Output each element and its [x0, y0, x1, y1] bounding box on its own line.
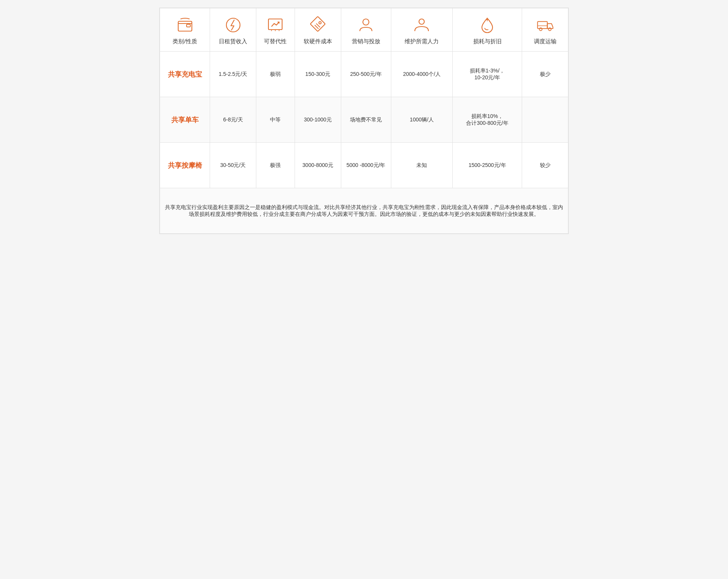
header-rent-label: 日租赁收入 — [219, 38, 247, 44]
row-massage-replace: 极强 — [256, 143, 295, 188]
header-depreciation: 损耗与折旧 — [453, 8, 522, 52]
row-bike-depreciation: 损耗率10%， 合计300-800元/年 — [453, 97, 522, 143]
row-bike-transport — [522, 97, 568, 143]
header-transport-label: 调度运输 — [534, 38, 557, 44]
summary-text: 共享充电宝行业实现盈利主要原因之一是稳健的盈利模式与现金流。对比共享经济其他行业… — [160, 188, 568, 234]
header-manpower: 维护所需人力 — [391, 8, 453, 52]
header-cost: 软硬件成本 — [295, 8, 341, 52]
summary-row: 共享充电宝行业实现盈利主要原因之一是稳健的盈利模式与现金流。对比共享经济其他行业… — [160, 188, 568, 234]
lightning-icon — [224, 16, 242, 34]
row-massage: 共享按摩椅 30-50元/天 极强 3000-8000元 5000 -8000元… — [160, 143, 568, 188]
header-replace-label: 可替代性 — [264, 38, 287, 44]
row-massage-transport: 较少 — [522, 143, 568, 188]
row-powerbank-manpower: 2000-4000个/人 — [391, 52, 453, 97]
svg-rect-8 — [310, 16, 325, 31]
svg-point-12 — [363, 19, 369, 25]
header-marketing: 营销与投放 — [341, 8, 391, 52]
svg-point-2 — [226, 18, 240, 32]
row-powerbank-rent: 1.5-2.5元/天 — [210, 52, 256, 97]
tag-icon — [309, 16, 327, 34]
wallet-icon — [176, 16, 194, 34]
row-bike-label: 共享单车 — [160, 97, 210, 143]
row-bike-manpower: 1000辆/人 — [391, 97, 453, 143]
header-transport: 调度运输 — [522, 8, 568, 52]
header-category: 类别/性质 — [160, 8, 210, 52]
header-marketing-label: 营销与投放 — [352, 38, 380, 44]
header-category-label: 类别/性质 — [173, 38, 197, 44]
row-massage-manpower: 未知 — [391, 143, 453, 188]
row-powerbank-label: 共享充电宝 — [160, 52, 210, 97]
svg-rect-1 — [187, 24, 190, 27]
svg-point-9 — [319, 22, 321, 24]
header-manpower-label: 维护所需人力 — [405, 38, 439, 44]
header-row: 类别/性质 日租赁收入 — [160, 8, 568, 52]
row-bike-marketing: 场地费不常见 — [341, 97, 391, 143]
row-bike-replace: 中等 — [256, 97, 295, 143]
row-massage-depreciation: 1500-2500元/年 — [453, 143, 522, 188]
row-powerbank-cost: 150-300元 — [295, 52, 341, 97]
comparison-table-container: 类别/性质 日租赁收入 — [159, 8, 569, 234]
row-massage-rent: 30-50元/天 — [210, 143, 256, 188]
header-cost-label: 软硬件成本 — [304, 38, 332, 44]
row-powerbank-transport: 极少 — [522, 52, 568, 97]
truck-icon — [536, 16, 554, 34]
svg-point-13 — [419, 19, 424, 24]
drop-icon — [478, 16, 496, 34]
row-powerbank: 共享充电宝 1.5-2.5元/天 极弱 150-300元 250-500元/年 … — [160, 52, 568, 97]
row-powerbank-marketing: 250-500元/年 — [341, 52, 391, 97]
row-massage-cost: 3000-8000元 — [295, 143, 341, 188]
row-bike-cost: 300-1000元 — [295, 97, 341, 143]
manpower-icon — [413, 16, 431, 34]
chart-icon — [266, 16, 284, 34]
row-bike-rent: 6-8元/天 — [210, 97, 256, 143]
page-wrapper: 类别/性质 日租赁收入 — [136, 0, 592, 257]
marketing-icon — [357, 16, 375, 34]
header-replace: 可替代性 — [256, 8, 295, 52]
header-rent: 日租赁收入 — [210, 8, 256, 52]
svg-rect-0 — [178, 21, 192, 31]
row-bike: 共享单车 6-8元/天 中等 300-1000元 场地费不常见 1000辆/人 … — [160, 97, 568, 143]
comparison-table: 类别/性质 日租赁收入 — [160, 8, 568, 234]
row-massage-marketing: 5000 -8000元/年 — [341, 143, 391, 188]
header-depreciation-label: 损耗与折旧 — [473, 38, 502, 44]
row-powerbank-replace: 极弱 — [256, 52, 295, 97]
row-powerbank-depreciation: 损耗率1-3%/， 10-20元/年 — [453, 52, 522, 97]
row-massage-label: 共享按摩椅 — [160, 143, 210, 188]
svg-rect-14 — [537, 22, 547, 28]
